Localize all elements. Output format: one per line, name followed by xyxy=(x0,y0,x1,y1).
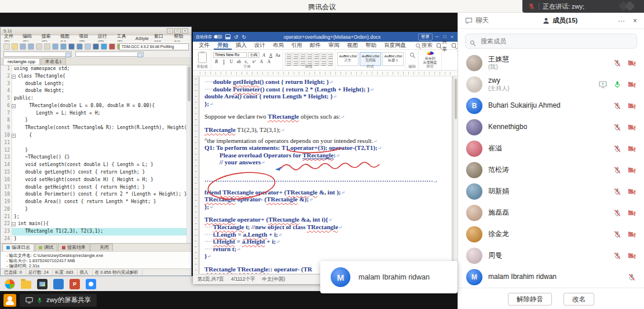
log-tabs[interactable]: 编译日志调试搜索结果关闭 xyxy=(1,243,191,251)
unmute-button[interactable]: 解除静音 xyxy=(508,293,552,306)
editing-group[interactable]: 编辑 xyxy=(406,50,419,69)
fold-marker-icon[interactable] xyxy=(12,134,16,138)
find-icon[interactable] xyxy=(410,53,414,57)
paragraph-group[interactable]: 段落 xyxy=(283,50,335,69)
member-row[interactable]: B Buhari Sukairiju Ahmed xyxy=(458,95,644,116)
member-row[interactable]: Kennethigbo xyxy=(458,116,644,138)
taskbar-icon[interactable] xyxy=(53,279,64,289)
document-area[interactable]: ····double getHeight() const { return He… xyxy=(193,76,458,274)
ribbon-tab[interactable]: 引用 xyxy=(288,41,306,50)
font-style-button[interactable]: x² xyxy=(251,59,257,64)
code-editor[interactable]: 1using namespace std; 2class TRectangle{… xyxy=(1,65,191,243)
member-share-icon[interactable] xyxy=(3,294,16,307)
log-tab[interactable]: 关闭 xyxy=(90,244,113,251)
save-all-icon[interactable] xyxy=(28,43,34,50)
font-style-button[interactable]: A xyxy=(266,59,272,64)
member-row[interactable]: 施磊磊 xyxy=(458,202,644,223)
editor-tab[interactable]: rectangle.cpp xyxy=(3,58,40,65)
font-style-button[interactable]: ab xyxy=(236,59,242,64)
redo-icon[interactable]: ↻ xyxy=(242,34,247,40)
compile-icon[interactable] xyxy=(52,43,58,50)
font-style-button[interactable]: B xyxy=(213,59,219,64)
font-style-button[interactable]: A xyxy=(258,59,265,64)
save-icon[interactable] xyxy=(225,34,230,39)
clipboard-group[interactable]: 剪贴板 xyxy=(194,50,211,69)
styles-group[interactable]: AaBbCcDd正文AaBbCcDd无间隔AaBbCcDd标题 1 样式 xyxy=(335,50,406,69)
check-icon[interactable] xyxy=(101,43,107,50)
member-search-input[interactable] xyxy=(465,34,637,49)
fold-marker-icon[interactable] xyxy=(12,75,16,79)
member-row[interactable]: 胡新娟 xyxy=(458,181,644,202)
ribbon-tab[interactable]: 文件 xyxy=(195,41,213,50)
log-tab[interactable]: 编译日志 xyxy=(2,244,34,251)
quick-access-toolbar[interactable]: ↺ ↻ xyxy=(225,34,246,40)
font-style-button[interactable]: I xyxy=(221,59,227,64)
signin-button[interactable]: 登录 xyxy=(418,34,433,41)
ribbon-tab[interactable]: 帮助 xyxy=(362,41,380,50)
fold-marker-icon[interactable] xyxy=(12,222,16,226)
ribbon-tabs[interactable]: 文件开始插入设计布局引用邮件审阅视图帮助百度网盘 搜索 共享 批注 xyxy=(193,42,458,50)
taskbar-icon[interactable] xyxy=(21,281,31,289)
baidu-netdisk-icon[interactable] xyxy=(427,52,434,55)
log-tab[interactable]: 搜索结果 xyxy=(58,244,90,251)
font-case-button[interactable]: Aa xyxy=(275,53,281,58)
menu-item[interactable]: AStyle xyxy=(136,36,149,41)
ribbon-tab[interactable]: 审阅 xyxy=(325,41,343,50)
taskbar-icon[interactable] xyxy=(37,279,47,289)
ribbon-tab[interactable]: 视图 xyxy=(343,41,361,50)
share-banner[interactable]: zwy的屏幕共享 xyxy=(20,294,97,307)
taskbar-icon[interactable] xyxy=(86,279,96,289)
ribbon-tab[interactable]: 邮件 xyxy=(306,41,324,50)
font-style-button[interactable]: U xyxy=(228,59,235,64)
taskbar-icon[interactable]: P xyxy=(69,279,80,289)
devcpp-toolbar[interactable]: TDM-GCC 4.9.2 64-bit Profiling xyxy=(1,42,191,51)
font-case-button[interactable]: A xyxy=(261,53,267,58)
comments-button[interactable]: 批注 xyxy=(452,38,458,53)
ribbon-tab[interactable]: 百度网盘 xyxy=(380,41,409,50)
horizontal-ruler[interactable] xyxy=(193,71,458,76)
close-panel-icon[interactable]: × xyxy=(633,17,637,25)
ribbon-tab[interactable]: 插入 xyxy=(232,41,250,50)
devcpp-menubar[interactable]: 文件(F)编辑(E)搜索(S)视图(V)项目(P)运行(R)工具(T)AStyl… xyxy=(1,35,191,42)
editor-tabs[interactable]: rectangle.cpp未命名1 xyxy=(1,58,191,65)
abort-icon[interactable] xyxy=(109,43,115,50)
word-titlebar[interactable]: 自动保存 ↺ ↻ operator+overloading+(Melasa+Or… xyxy=(193,32,458,42)
ribbon-tab[interactable]: 设计 xyxy=(251,41,269,50)
member-row[interactable]: 范松涛 xyxy=(458,159,644,181)
font-group[interactable]: Times New Ro 小四 AAAa BIUabx₂x²AA 字体 xyxy=(211,50,283,69)
ribbon-search[interactable]: 搜索 xyxy=(412,41,436,50)
compiler-select[interactable]: TDM-GCC 4.9.2 64-bit Profiling xyxy=(119,43,189,50)
font-case-button[interactable]: A xyxy=(268,53,274,58)
member-row[interactable]: zwy (主持人) xyxy=(458,73,644,95)
undo-icon[interactable]: ↺ xyxy=(234,34,239,40)
compile-run-icon[interactable] xyxy=(68,43,75,50)
save-icon[interactable] xyxy=(20,43,26,50)
more-icon[interactable]: ··· xyxy=(618,17,625,25)
member-row[interactable]: M malam Ibrahim ridwan xyxy=(458,266,644,288)
word-scrollbar[interactable] xyxy=(453,76,458,274)
rename-button[interactable]: 改名 xyxy=(564,293,594,306)
paragraph-buttons[interactable] xyxy=(285,51,333,65)
member-list[interactable]: 王姝慧 (我) zwy (主持人) xyxy=(458,52,644,288)
member-row[interactable]: 徐金龙 xyxy=(458,223,644,245)
rebuild-icon[interactable] xyxy=(76,43,83,50)
tab-members[interactable]: 成员(15) xyxy=(543,16,577,25)
member-row[interactable]: 崔溢 xyxy=(458,138,644,159)
fold-marker-icon[interactable] xyxy=(12,104,16,108)
undo-icon[interactable] xyxy=(36,43,42,50)
profile-icon[interactable] xyxy=(93,43,99,50)
debug-icon[interactable] xyxy=(85,43,91,50)
editor-tab[interactable]: 未命名1 xyxy=(41,58,66,65)
editor-scrollbar[interactable] xyxy=(186,65,191,243)
baidu-save-group[interactable]: 保存到 百度网盘 保存 xyxy=(419,50,442,69)
font-style-button[interactable]: x₂ xyxy=(243,59,250,64)
font-name-select[interactable]: Times New Ro xyxy=(213,52,247,58)
ribbon-tab[interactable]: 开始 xyxy=(214,41,232,50)
run-icon[interactable] xyxy=(60,43,67,50)
document-page[interactable]: ····double getHeight() const { return He… xyxy=(200,76,452,274)
autosave-toggle[interactable]: 自动保存 xyxy=(196,34,222,40)
tab-chat[interactable]: 聊天 xyxy=(465,16,539,25)
font-size-select[interactable]: 小四 xyxy=(248,52,259,58)
member-row[interactable]: 周曼 xyxy=(458,245,644,266)
member-row[interactable]: 王姝慧 (我) xyxy=(458,52,644,73)
